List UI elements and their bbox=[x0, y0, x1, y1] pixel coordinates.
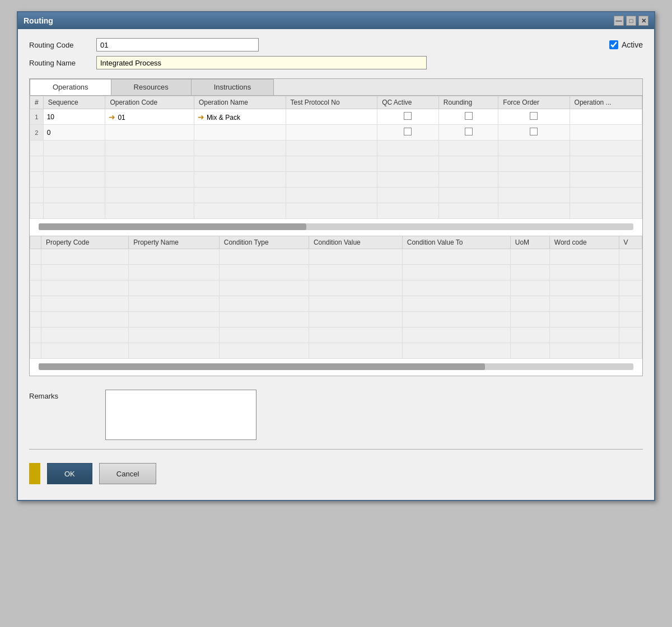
cell-qc-active[interactable] bbox=[377, 109, 439, 125]
tabs-header: Operations Resources Instructions bbox=[30, 79, 642, 96]
col-rounding: Rounding bbox=[438, 96, 498, 109]
routing-code-label: Routing Code bbox=[29, 41, 96, 49]
maximize-button[interactable]: □ bbox=[626, 16, 636, 26]
table-row-empty bbox=[30, 203, 642, 219]
property-table-row bbox=[30, 296, 642, 312]
property-table-row bbox=[30, 343, 642, 359]
cell-test-protocol[interactable] bbox=[286, 109, 377, 125]
active-section: Active bbox=[609, 40, 643, 49]
tab-instructions[interactable]: Instructions bbox=[191, 79, 274, 95]
table-row-empty bbox=[30, 141, 642, 156]
routing-window: Routing — □ ✕ Routing Code Active Routin… bbox=[17, 11, 655, 501]
col-sequence: Sequence bbox=[43, 96, 105, 109]
tab-resources[interactable]: Resources bbox=[111, 79, 192, 95]
close-button[interactable]: ✕ bbox=[638, 16, 648, 26]
routing-code-input[interactable] bbox=[96, 38, 259, 52]
remarks-section: Remarks bbox=[29, 390, 643, 440]
window-controls: — □ ✕ bbox=[614, 16, 648, 26]
cancel-button[interactable]: Cancel bbox=[99, 463, 156, 484]
col-operation-extra: Operation ... bbox=[570, 96, 642, 109]
cell-op-code[interactable] bbox=[105, 125, 194, 141]
active-checkbox[interactable] bbox=[609, 40, 618, 49]
row-num bbox=[30, 188, 44, 203]
col-condition-value: Condition Value bbox=[309, 236, 402, 249]
col-prop-num bbox=[30, 236, 41, 249]
row-num: 1 bbox=[30, 109, 44, 125]
window-title: Routing bbox=[24, 16, 53, 25]
col-condition-type: Condition Type bbox=[219, 236, 309, 249]
operations-scrollbar-thumb[interactable] bbox=[39, 223, 306, 230]
window-content: Routing Code Active Routing Name Operati… bbox=[18, 29, 654, 500]
minimize-button[interactable]: — bbox=[614, 16, 624, 26]
cell-qc-active[interactable] bbox=[377, 125, 439, 141]
property-table: Property Code Property Name Condition Ty… bbox=[30, 236, 642, 359]
col-word-code: Word code bbox=[549, 236, 619, 249]
property-table-row bbox=[30, 265, 642, 280]
divider bbox=[29, 449, 643, 450]
col-force-order: Force Order bbox=[498, 96, 570, 109]
cell-rounding[interactable] bbox=[438, 125, 498, 141]
col-uom: UoM bbox=[510, 236, 549, 249]
cell-op-code[interactable]: ➜01 bbox=[105, 109, 194, 125]
cell-op-name[interactable] bbox=[194, 125, 286, 141]
operations-scrollbar-area bbox=[30, 219, 642, 236]
routing-code-row: Routing Code Active bbox=[29, 38, 643, 52]
col-condition-value-to: Condition Value To bbox=[402, 236, 510, 249]
property-table-row bbox=[30, 312, 642, 327]
property-table-container: Property Code Property Name Condition Ty… bbox=[30, 236, 642, 359]
col-qc-active: QC Active bbox=[377, 96, 439, 109]
remarks-textarea[interactable] bbox=[105, 390, 256, 440]
property-table-row bbox=[30, 327, 642, 343]
routing-name-label: Routing Name bbox=[29, 59, 96, 67]
tab-operations[interactable]: Operations bbox=[30, 79, 111, 95]
cell-test-protocol[interactable] bbox=[286, 125, 377, 141]
routing-name-input[interactable] bbox=[96, 56, 427, 69]
active-label: Active bbox=[622, 40, 643, 49]
tabs-section: Operations Resources Instructions # Sequ… bbox=[29, 78, 643, 376]
operations-table-container: # Sequence Operation Code Operation Name… bbox=[30, 96, 642, 219]
arrow-icon-2: ➜ bbox=[198, 113, 204, 121]
table-row: 1 10 ➜01 ➜Mix & Pack bbox=[30, 109, 642, 125]
col-property-code: Property Code bbox=[41, 236, 129, 249]
row-num bbox=[30, 141, 44, 156]
cell-op-name[interactable]: ➜Mix & Pack bbox=[194, 109, 286, 125]
cell-op-extra[interactable] bbox=[570, 109, 642, 125]
row-num: 2 bbox=[30, 125, 44, 141]
table-row-empty bbox=[30, 156, 642, 172]
cell-force-order[interactable] bbox=[498, 125, 570, 141]
ok-button[interactable]: OK bbox=[47, 463, 92, 484]
row-num bbox=[30, 172, 44, 188]
row-num bbox=[30, 203, 44, 219]
gold-accent bbox=[29, 463, 40, 484]
title-bar: Routing — □ ✕ bbox=[18, 12, 654, 29]
property-scrollbar-area bbox=[30, 359, 642, 376]
property-scrollbar[interactable] bbox=[39, 363, 633, 370]
col-operation-name: Operation Name bbox=[194, 96, 286, 109]
property-table-row bbox=[30, 280, 642, 296]
col-operation-code: Operation Code bbox=[105, 96, 194, 109]
col-v: V bbox=[619, 236, 642, 249]
routing-name-row: Routing Name bbox=[29, 56, 643, 69]
row-num bbox=[30, 156, 44, 172]
cell-force-order[interactable] bbox=[498, 109, 570, 125]
operations-table: # Sequence Operation Code Operation Name… bbox=[30, 96, 642, 219]
buttons-row: OK Cancel bbox=[29, 458, 643, 491]
cell-rounding[interactable] bbox=[438, 109, 498, 125]
table-row-empty bbox=[30, 188, 642, 203]
col-test-protocol: Test Protocol No bbox=[286, 96, 377, 109]
col-property-name: Property Name bbox=[129, 236, 220, 249]
col-hash: # bbox=[30, 96, 44, 109]
arrow-icon: ➜ bbox=[109, 113, 115, 121]
table-row: 2 0 bbox=[30, 125, 642, 141]
remarks-label: Remarks bbox=[29, 390, 96, 400]
table-row-empty bbox=[30, 172, 642, 188]
property-table-row bbox=[30, 249, 642, 265]
cell-sequence[interactable]: 0 bbox=[43, 125, 105, 141]
operations-scrollbar[interactable] bbox=[39, 223, 633, 230]
cell-op-extra[interactable] bbox=[570, 125, 642, 141]
cell-sequence[interactable]: 10 bbox=[43, 109, 105, 125]
property-scrollbar-thumb[interactable] bbox=[39, 363, 485, 370]
